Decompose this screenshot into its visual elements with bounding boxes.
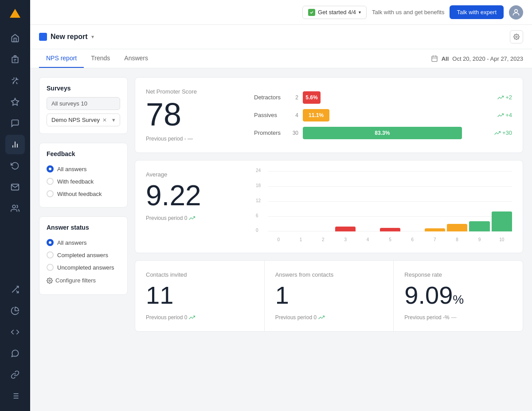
promoters-bar-container: 83.3% bbox=[303, 127, 490, 139]
detractors-bar-container: 5.6% bbox=[303, 91, 493, 104]
bar-col-3 bbox=[335, 227, 356, 231]
feedback-with-radio[interactable] bbox=[47, 178, 54, 185]
date-range-sub: Oct 20, 2020 - Apr 27, 2023 bbox=[452, 55, 523, 62]
sidebar-item-chat[interactable] bbox=[5, 114, 25, 133]
bar-label-10: 10 bbox=[492, 233, 512, 242]
stats-row: Contacts invited 11 Previous period 0 An… bbox=[135, 260, 523, 332]
sidebar-item-shuffle[interactable] bbox=[5, 280, 25, 299]
feedback-title: Feedback bbox=[47, 150, 120, 157]
status-completed[interactable]: Completed answers bbox=[47, 249, 120, 261]
survey-tag-label: Demo NPS Survey bbox=[51, 117, 100, 123]
sidebar-item-star[interactable] bbox=[5, 92, 25, 112]
content-area: Surveys All surveys 10 Demo NPS Survey ✕… bbox=[30, 68, 532, 411]
sidebar-item-analytics[interactable] bbox=[5, 135, 25, 154]
sidebar-item-home[interactable] bbox=[5, 28, 25, 48]
average-score: 9.22 bbox=[146, 181, 243, 210]
status-all-label: All answers bbox=[57, 239, 86, 246]
passives-label: Passives bbox=[254, 112, 285, 118]
bar-label-9: 9 bbox=[469, 233, 489, 242]
answers-from-contacts-value: 1 bbox=[275, 282, 383, 309]
nps-left: Net Promoter Score 78 Previous period - … bbox=[146, 88, 243, 142]
feedback-all-label: All answers bbox=[57, 166, 86, 172]
nps-score: 78 bbox=[146, 98, 243, 130]
bar-col-8 bbox=[447, 224, 467, 231]
survey-dropdown-icon[interactable]: ▾ bbox=[112, 117, 115, 123]
trend-up-icon2 bbox=[497, 112, 504, 118]
response-rate-card: Response rate 9.09% Previous period -% — bbox=[394, 261, 523, 331]
sidebar-item-email[interactable] bbox=[5, 177, 25, 197]
nps-promoters-row: Promoters 30 83.3% +30 bbox=[254, 127, 512, 139]
configure-filters-button[interactable]: Configure filters bbox=[47, 274, 120, 287]
bar-col-10 bbox=[492, 211, 512, 231]
logo[interactable] bbox=[6, 5, 24, 23]
sidebar-item-surveys[interactable] bbox=[5, 50, 25, 69]
status-all-radio[interactable] bbox=[47, 239, 54, 246]
detractors-trend: +2 bbox=[497, 94, 512, 101]
feedback-without-label: Without feedback bbox=[57, 191, 102, 197]
answers-from-contacts-prev: Previous period 0 bbox=[275, 314, 383, 321]
sidebar-item-list[interactable] bbox=[5, 386, 25, 406]
bar-label-8: 8 bbox=[447, 233, 467, 242]
tab-trends[interactable]: Trends bbox=[84, 49, 117, 68]
status-all-answers[interactable]: All answers bbox=[47, 236, 120, 249]
date-range[interactable]: All Oct 20, 2020 - Apr 27, 2023 bbox=[431, 55, 523, 62]
feedback-with-feedback[interactable]: With feedback bbox=[47, 175, 120, 188]
demo-survey-tag[interactable]: Demo NPS Survey ✕ ▾ bbox=[47, 114, 120, 126]
svg-marker-4 bbox=[12, 98, 19, 106]
status-uncompleted-radio[interactable] bbox=[47, 264, 54, 271]
contacts-invited-label: Contacts invited bbox=[146, 271, 254, 278]
dropdown-arrow-icon[interactable]: ▾ bbox=[91, 34, 94, 40]
chevron-down-icon: ▾ bbox=[359, 10, 361, 15]
passives-count: 4 bbox=[289, 112, 298, 118]
sidebar-item-plug[interactable] bbox=[5, 71, 25, 90]
contacts-invited-value: 11 bbox=[146, 282, 254, 309]
calendar-icon bbox=[431, 55, 438, 62]
settings-icon[interactable] bbox=[510, 30, 523, 43]
nps-label: Net Promoter Score bbox=[146, 88, 243, 95]
answer-status-section: Answer status All answers Completed answ… bbox=[39, 216, 128, 295]
bar-chart-wrapper: 24 18 12 6 0 012345678910 bbox=[254, 171, 512, 242]
bar-col-5 bbox=[380, 228, 400, 231]
get-started-button[interactable]: Get started 4/4 ▾ bbox=[302, 6, 367, 19]
sidebar-item-link[interactable] bbox=[5, 365, 25, 384]
main-content: Get started 4/4 ▾ Talk with us and get b… bbox=[30, 0, 532, 411]
promoters-trend: +30 bbox=[494, 129, 512, 136]
tabs-bar: NPS report Trends Answers All Oct 20, 20… bbox=[30, 49, 532, 68]
svg-point-23 bbox=[49, 280, 51, 282]
user-avatar[interactable] bbox=[509, 5, 523, 20]
sidebar-item-code[interactable] bbox=[5, 322, 25, 342]
tab-nps-report[interactable]: NPS report bbox=[39, 49, 84, 68]
svg-point-17 bbox=[515, 9, 518, 12]
feedback-all-radio[interactable] bbox=[47, 165, 54, 172]
average-left: Average 9.22 Previous period 0 bbox=[146, 171, 243, 242]
feedback-without-radio[interactable] bbox=[47, 190, 54, 197]
bar-label-0: 0 bbox=[268, 233, 289, 242]
feedback-without-feedback[interactable]: Without feedback bbox=[47, 188, 120, 200]
status-completed-radio[interactable] bbox=[47, 251, 54, 258]
talk-text: Talk with us and get benefits bbox=[372, 9, 444, 16]
average-label: Average bbox=[146, 171, 243, 178]
promoters-count: 30 bbox=[289, 130, 298, 136]
bar-col-7 bbox=[425, 228, 445, 231]
surveys-title: Surveys bbox=[47, 85, 120, 92]
tab-answers[interactable]: Answers bbox=[117, 49, 155, 68]
remove-survey-icon[interactable]: ✕ bbox=[102, 117, 107, 123]
status-uncompleted[interactable]: Uncompleted answers bbox=[47, 261, 120, 274]
talk-expert-button[interactable]: Talk with expert bbox=[450, 5, 504, 19]
bar-label-2: 2 bbox=[313, 233, 333, 242]
svg-point-18 bbox=[516, 36, 517, 38]
svg-point-8 bbox=[12, 205, 16, 208]
all-surveys-button[interactable]: All surveys 10 bbox=[47, 97, 120, 110]
average-chart: 24 18 12 6 0 012345678910 bbox=[254, 171, 512, 242]
bar-label-1: 1 bbox=[290, 233, 311, 242]
nps-passives-row: Passives 4 11.1% +4 bbox=[254, 109, 512, 121]
answer-status-title: Answer status bbox=[47, 224, 120, 231]
configure-filters-label: Configure filters bbox=[55, 277, 96, 284]
sidebar-item-users[interactable] bbox=[5, 199, 25, 218]
topbar: Get started 4/4 ▾ Talk with us and get b… bbox=[30, 0, 532, 25]
feedback-all-answers[interactable]: All answers bbox=[47, 163, 120, 175]
sidebar-item-message[interactable] bbox=[5, 344, 25, 363]
answers-trend-icon bbox=[318, 314, 325, 321]
sidebar-item-pie[interactable] bbox=[5, 301, 25, 321]
sidebar-item-sync[interactable] bbox=[5, 156, 25, 176]
